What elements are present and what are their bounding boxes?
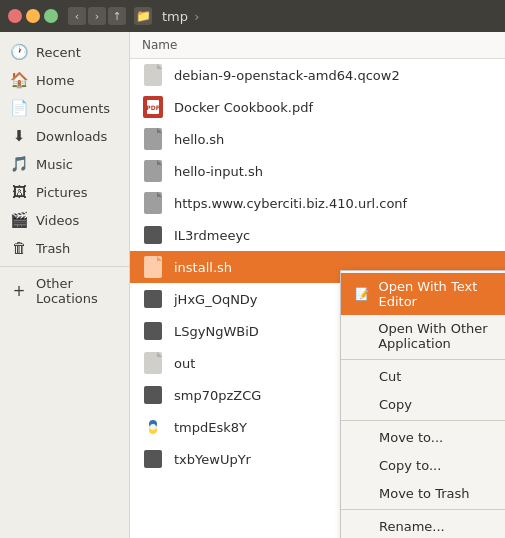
downloads-icon: ⬇ — [10, 127, 28, 145]
sidebar-label-recent: Recent — [36, 45, 81, 60]
sidebar: 🕐 Recent 🏠 Home 📄 Documents ⬇ Downloads … — [0, 32, 130, 538]
file-name-docker: Docker Cookbook.pdf — [174, 100, 493, 115]
ctx-cut[interactable]: Cut Ctrl+X — [341, 362, 505, 390]
file-name-hello: hello.sh — [174, 132, 493, 147]
titlebar: ‹ › ↑ 📁 tmp › — [0, 0, 505, 32]
file-item-https-conf[interactable]: https.www.cyberciti.biz.410.url.conf — [130, 187, 505, 219]
context-menu: 📝 Open With Text Editor Return Open With… — [340, 270, 505, 538]
maximize-button[interactable] — [44, 9, 58, 23]
music-icon: 🎵 — [10, 155, 28, 173]
copy-to-icon — [355, 457, 371, 473]
ctx-divider-3 — [341, 509, 505, 510]
file-icon-smp70 — [142, 384, 164, 406]
ctx-open-text-editor[interactable]: 📝 Open With Text Editor Return — [341, 273, 505, 315]
ctx-move-to-trash[interactable]: Move to Trash Delete — [341, 479, 505, 507]
forward-button[interactable]: › — [88, 7, 106, 25]
back-button[interactable]: ‹ — [68, 7, 86, 25]
sidebar-label-downloads: Downloads — [36, 129, 107, 144]
ctx-copy-to[interactable]: Copy to... — [341, 451, 505, 479]
ctx-label-rename: Rename... — [379, 519, 445, 534]
file-item-hello-input[interactable]: hello-input.sh — [130, 155, 505, 187]
sidebar-label-pictures: Pictures — [36, 185, 87, 200]
ctx-divider-1 — [341, 359, 505, 360]
ctx-move-to[interactable]: Move to... — [341, 423, 505, 451]
ctx-label-copy: Copy — [379, 397, 412, 412]
file-item-docker[interactable]: PDF Docker Cookbook.pdf — [130, 91, 505, 123]
open-other-icon — [355, 328, 370, 344]
ctx-label-open-text-editor: Open With Text Editor — [378, 279, 505, 309]
file-icon-debian — [142, 64, 164, 86]
file-name-debian: debian-9-openstack-amd64.qcow2 — [174, 68, 493, 83]
sidebar-label-music: Music — [36, 157, 73, 172]
file-icon-out — [142, 352, 164, 374]
nav-buttons: ‹ › ↑ — [68, 7, 126, 25]
sidebar-item-videos[interactable]: 🎬 Videos — [0, 206, 129, 234]
sidebar-label-other-locations: Other Locations — [36, 276, 119, 306]
sidebar-label-trash: Trash — [36, 241, 70, 256]
ctx-label-cut: Cut — [379, 369, 401, 384]
file-icon-hello — [142, 128, 164, 150]
file-list-header: Name — [130, 32, 505, 59]
home-icon: 🏠 — [10, 71, 28, 89]
trash-icon: 🗑 — [10, 239, 28, 257]
file-icon-il3rd — [142, 224, 164, 246]
file-icon-tmpd — [142, 416, 164, 438]
other-locations-icon: + — [10, 282, 28, 300]
sidebar-divider — [0, 266, 129, 267]
path-arrow: › — [194, 9, 199, 24]
sidebar-label-videos: Videos — [36, 213, 79, 228]
sidebar-label-documents: Documents — [36, 101, 110, 116]
file-item-il3rd[interactable]: IL3rdmeeyc — [130, 219, 505, 251]
sidebar-item-trash[interactable]: 🗑 Trash — [0, 234, 129, 262]
up-button[interactable]: ↑ — [108, 7, 126, 25]
ctx-copy[interactable]: Copy Ctrl+C — [341, 390, 505, 418]
ctx-label-open-other: Open With Other Application — [378, 321, 505, 351]
sidebar-item-pictures[interactable]: 🖼 Pictures — [0, 178, 129, 206]
cut-icon — [355, 368, 371, 384]
ctx-rename[interactable]: Rename... F2 — [341, 512, 505, 538]
move-trash-icon — [355, 485, 371, 501]
svg-point-2 — [150, 424, 156, 430]
sidebar-item-other-locations[interactable]: + Other Locations — [0, 271, 129, 311]
sidebar-item-recent[interactable]: 🕐 Recent — [0, 38, 129, 66]
file-item-debian[interactable]: debian-9-openstack-amd64.qcow2 — [130, 59, 505, 91]
ctx-label-move-to: Move to... — [379, 430, 443, 445]
file-item-hello[interactable]: hello.sh — [130, 123, 505, 155]
file-icon-install — [142, 256, 164, 278]
ctx-label-move-to-trash: Move to Trash — [379, 486, 470, 501]
documents-icon: 📄 — [10, 99, 28, 117]
file-icon-hello-input — [142, 160, 164, 182]
copy-icon — [355, 396, 371, 412]
ctx-label-copy-to: Copy to... — [379, 458, 441, 473]
file-list-area: Name debian-9-openstack-amd64.qcow2 PDF … — [130, 32, 505, 538]
file-icon-docker: PDF — [142, 96, 164, 118]
sidebar-item-music[interactable]: 🎵 Music — [0, 150, 129, 178]
file-icon-lsgy — [142, 320, 164, 342]
minimize-button[interactable] — [26, 9, 40, 23]
recent-icon: 🕐 — [10, 43, 28, 61]
folder-icon: 📁 — [134, 7, 152, 25]
file-name-hello-input: hello-input.sh — [174, 164, 493, 179]
file-icon-jhxg — [142, 288, 164, 310]
sidebar-item-documents[interactable]: 📄 Documents — [0, 94, 129, 122]
name-column-header: Name — [142, 38, 177, 52]
ctx-divider-2 — [341, 420, 505, 421]
text-editor-icon: 📝 — [355, 286, 370, 302]
pictures-icon: 🖼 — [10, 183, 28, 201]
path-text: tmp — [162, 9, 188, 24]
videos-icon: 🎬 — [10, 211, 28, 229]
sidebar-label-home: Home — [36, 73, 74, 88]
sidebar-item-downloads[interactable]: ⬇ Downloads — [0, 122, 129, 150]
main-content: 🕐 Recent 🏠 Home 📄 Documents ⬇ Downloads … — [0, 32, 505, 538]
ctx-open-other[interactable]: Open With Other Application — [341, 315, 505, 357]
sidebar-item-home[interactable]: 🏠 Home — [0, 66, 129, 94]
path-label: tmp › — [162, 9, 201, 24]
file-name-il3rd: IL3rdmeeyc — [174, 228, 493, 243]
move-to-icon — [355, 429, 371, 445]
rename-icon — [355, 518, 371, 534]
file-icon-txb — [142, 448, 164, 470]
file-name-https-conf: https.www.cyberciti.biz.410.url.conf — [174, 196, 493, 211]
close-button[interactable] — [8, 9, 22, 23]
file-icon-https-conf — [142, 192, 164, 214]
